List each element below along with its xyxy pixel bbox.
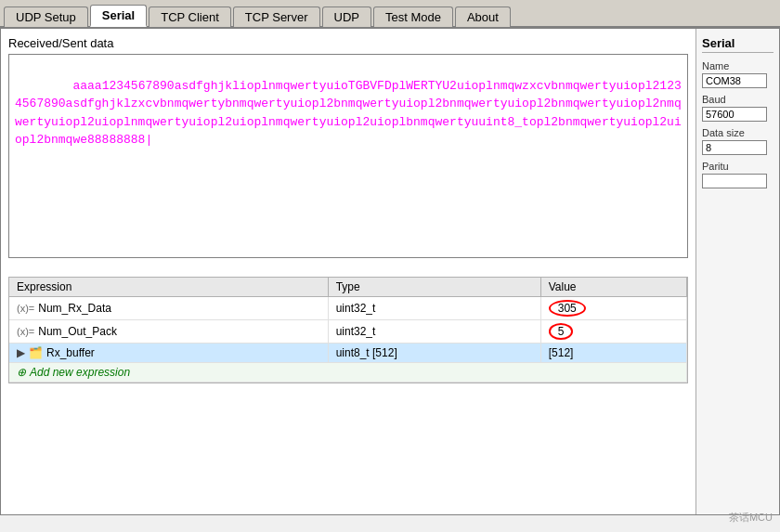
serial-field-label: Name bbox=[702, 60, 774, 71]
watch-table: Expression Type Value (x)=Num_Rx_Datauin… bbox=[9, 278, 687, 383]
expr-icon: (x)= bbox=[17, 326, 34, 337]
tab-tcp-client[interactable]: TCP Client bbox=[149, 6, 231, 27]
buffer-icon: 🗂️ bbox=[29, 346, 43, 359]
serial-panel-title: Serial bbox=[702, 36, 774, 53]
add-icon: ⊕ bbox=[17, 366, 26, 379]
col-expression: Expression bbox=[9, 278, 328, 297]
serial-field-label: Data size bbox=[702, 127, 774, 138]
cell-value: 5 bbox=[540, 320, 686, 344]
expand-icon[interactable]: ▶ bbox=[17, 346, 25, 359]
right-panel: Serial NameBaudData sizeParitu bbox=[696, 29, 779, 514]
value-circled: 5 bbox=[549, 323, 574, 340]
data-text: aaaa1234567890asdfghjklioplnmqwertyuioTG… bbox=[15, 79, 682, 148]
tab-serial[interactable]: Serial bbox=[90, 5, 147, 27]
serial-fields: NameBaudData sizeParitu bbox=[702, 60, 774, 188]
tab-tcp-server[interactable]: TCP Server bbox=[233, 6, 320, 27]
expr-name: Num_Out_Pack bbox=[38, 325, 117, 338]
serial-field-input-data-size[interactable] bbox=[702, 140, 767, 155]
table-row[interactable]: (x)=Num_Rx_Datauint32_t305 bbox=[9, 297, 687, 320]
serial-field-input-baud[interactable] bbox=[702, 107, 767, 122]
cell-type: uint8_t [512] bbox=[328, 344, 540, 363]
serial-field-input-paritu[interactable] bbox=[702, 174, 767, 188]
serial-field-input-name[interactable] bbox=[702, 73, 767, 88]
tab-udp-setup[interactable]: UDP Setup bbox=[4, 6, 88, 27]
add-expression-cell[interactable]: ⊕Add new expression bbox=[9, 363, 687, 383]
value-circled: 305 bbox=[549, 300, 586, 317]
left-panel: Received/Sent data aaaa1234567890asdfghj… bbox=[1, 29, 696, 514]
cell-type: uint32_t bbox=[328, 320, 540, 344]
cell-expression: ▶🗂️Rx_buffer bbox=[9, 344, 328, 363]
tab-about[interactable]: About bbox=[455, 6, 511, 27]
add-expression-row[interactable]: ⊕Add new expression bbox=[9, 363, 687, 383]
table-row[interactable]: (x)=Num_Out_Packuint32_t5 bbox=[9, 320, 687, 344]
watch-table-container: Expression Type Value (x)=Num_Rx_Datauin… bbox=[8, 277, 688, 383]
tab-udp[interactable]: UDP bbox=[322, 6, 371, 27]
tab-test-mode[interactable]: Test Mode bbox=[373, 6, 453, 27]
serial-field-group: Name bbox=[702, 60, 774, 88]
cell-expression: (x)=Num_Out_Pack bbox=[9, 320, 328, 344]
serial-field-group: Baud bbox=[702, 94, 774, 122]
expr-name: Rx_buffer bbox=[46, 346, 95, 359]
serial-field-label: Paritu bbox=[702, 161, 774, 172]
cell-expression: (x)=Num_Rx_Data bbox=[9, 297, 328, 320]
serial-field-label: Baud bbox=[702, 94, 774, 105]
main-content: Received/Sent data aaaa1234567890asdfghj… bbox=[0, 28, 780, 515]
cell-type: uint32_t bbox=[328, 297, 540, 320]
serial-field-group: Data size bbox=[702, 127, 774, 155]
add-expression-label: Add new expression bbox=[30, 366, 130, 379]
table-row[interactable]: ▶🗂️Rx_bufferuint8_t [512][512] bbox=[9, 344, 687, 363]
col-type: Type bbox=[328, 278, 540, 297]
expr-name: Num_Rx_Data bbox=[38, 302, 111, 315]
tab-bar: UDP SetupSerialTCP ClientTCP ServerUDPTe… bbox=[0, 0, 780, 28]
section-title: Received/Sent data bbox=[8, 36, 688, 50]
cursor bbox=[145, 133, 152, 147]
serial-field-group: Paritu bbox=[702, 161, 774, 188]
table-header-row: Expression Type Value bbox=[9, 278, 687, 297]
watermark: 茶话MCU bbox=[729, 511, 773, 525]
cell-value: [512] bbox=[540, 344, 686, 363]
cell-value: 305 bbox=[540, 297, 686, 320]
col-value: Value bbox=[540, 278, 686, 297]
expr-icon: (x)= bbox=[17, 303, 34, 314]
data-display[interactable]: aaaa1234567890asdfghjklioplnmqwertyuioTG… bbox=[8, 54, 688, 258]
